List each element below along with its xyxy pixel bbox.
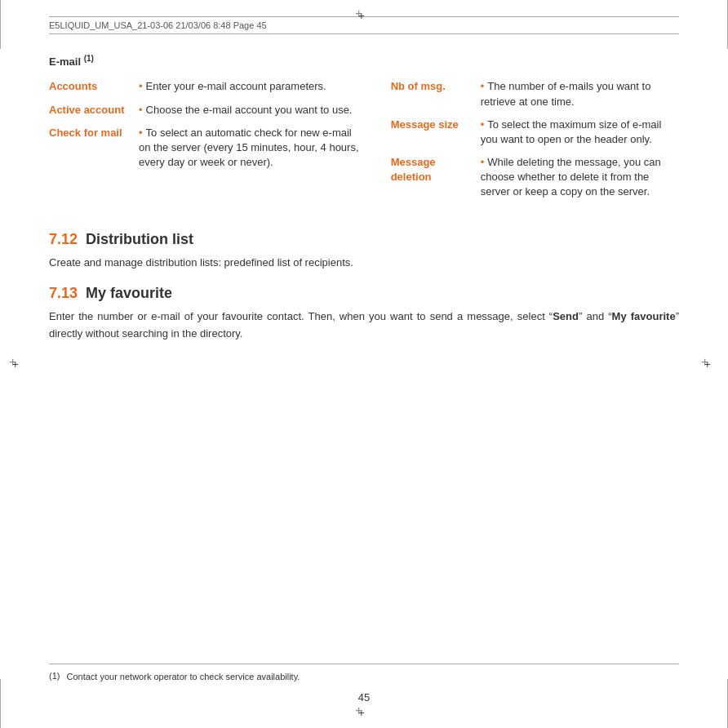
crosshair-top: + — [358, 10, 370, 21]
section-713: 7.13 My favourite Enter the number or e-… — [49, 285, 679, 343]
msg-deletion-content: •While deleting the message, you can cho… — [481, 155, 679, 200]
footnote-text: Contact your network operator to check s… — [66, 671, 300, 683]
check-for-mail-label: Check for mail — [49, 126, 139, 140]
accounts-text: Enter your e-mail account parameters. — [146, 80, 326, 92]
section-713-number: 7.13 — [49, 285, 78, 302]
active-account-label: Active account — [49, 103, 139, 118]
footer: (1) Contact your network operator to che… — [49, 664, 679, 704]
active-account-content: •Choose the e-mail account you want to u… — [139, 103, 366, 118]
msg-deletion-label: Messagedeletion — [391, 155, 481, 184]
section-713-title: 7.13 My favourite — [49, 285, 679, 302]
msg-deletion-bullet: • — [481, 156, 485, 168]
footnote-number: (1) — [49, 671, 60, 681]
msg-size-row: Message size •To select the maximum size… — [391, 118, 679, 147]
section-712-heading: Distribution list — [86, 231, 193, 248]
msg-size-content: •To select the maximum size of e-mail yo… — [481, 118, 679, 147]
section-713-heading: My favourite — [86, 285, 172, 302]
nb-msg-row: Nb of msg. •The number of e-mails you wa… — [391, 79, 679, 109]
active-account-bullet: • — [139, 104, 143, 116]
accounts-label: Accounts — [49, 79, 139, 94]
section-713-bold1: Send — [553, 310, 579, 322]
msg-size-text: To select the maximum size of e-mail you… — [481, 118, 662, 145]
section-712-body: Create and manage distribution lists: pr… — [49, 255, 679, 271]
corner-mark-tl — [0, 0, 2, 49]
page: + + + + E5LIQUID_UM_USA_21-03-06 21/03/0… — [0, 0, 728, 728]
nb-msg-content: •The number of e-mails you want to retri… — [481, 79, 679, 109]
section-712-title: 7.12 Distribution list — [49, 231, 679, 248]
header-left: E5LIQUID_UM_USA_21-03-06 21/03/06 8:48 P… — [49, 20, 267, 30]
footnote: (1) Contact your network operator to che… — [49, 664, 679, 683]
msg-size-bullet: • — [481, 118, 485, 131]
section-713-text-before: Enter the number or e-mail of your favou… — [49, 310, 553, 322]
crosshair-right: + — [704, 358, 716, 370]
nb-msg-text: The number of e-mails you want to retrie… — [481, 80, 651, 107]
msg-deletion-row: Messagedeletion •While deleting the mess… — [391, 155, 679, 200]
email-title-text: E-mail (1) — [49, 55, 94, 68]
crosshair-bottom: + — [358, 707, 370, 718]
msg-deletion-text: While deleting the message, you can choo… — [481, 156, 661, 198]
section-713-body: Enter the number or e-mail of your favou… — [49, 309, 679, 343]
active-account-text: Choose the e-mail account you want to us… — [146, 104, 353, 116]
email-col-left: Accounts •Enter your e-mail account para… — [49, 79, 383, 207]
section-713-text-mid: ” and “ — [579, 310, 612, 322]
email-table: Accounts •Enter your e-mail account para… — [49, 79, 679, 207]
accounts-content: •Enter your e-mail account parameters. — [139, 79, 366, 94]
email-col-right: Nb of msg. •The number of e-mails you wa… — [383, 79, 679, 207]
check-for-mail-bullet: • — [139, 127, 143, 139]
accounts-bullet: • — [139, 80, 143, 92]
msg-size-label: Message size — [391, 118, 481, 132]
corner-mark-bl — [0, 679, 2, 728]
page-number: 45 — [49, 691, 679, 704]
crosshair-left: + — [12, 358, 24, 370]
email-superscript: (1) — [84, 54, 94, 63]
check-for-mail-row: Check for mail •To select an automatic c… — [49, 126, 366, 171]
section-713-bold2: My favourite — [612, 310, 676, 322]
section-712-number: 7.12 — [49, 231, 78, 248]
email-section-title: E-mail (1) — [49, 54, 679, 68]
nb-msg-bullet: • — [481, 80, 485, 92]
active-account-row: Active account •Choose the e-mail accoun… — [49, 103, 366, 118]
check-for-mail-text: To select an automatic check for new e-m… — [139, 127, 359, 168]
check-for-mail-content: •To select an automatic check for new e-… — [139, 126, 366, 171]
nb-msg-label: Nb of msg. — [391, 79, 481, 94]
section-712: 7.12 Distribution list Create and manage… — [49, 231, 679, 271]
accounts-row: Accounts •Enter your e-mail account para… — [49, 79, 366, 94]
